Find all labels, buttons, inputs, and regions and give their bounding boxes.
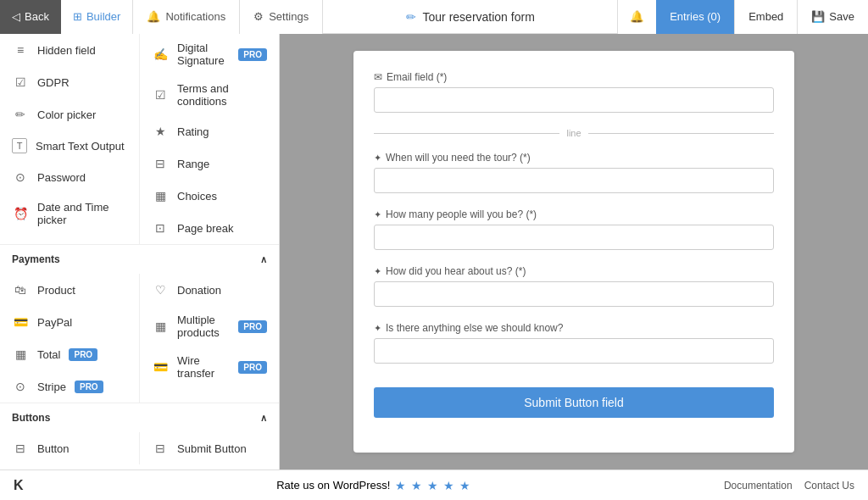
builder-button[interactable]: ⊞ Builder — [61, 0, 133, 34]
button-icon: ⊟ — [12, 440, 29, 457]
settings-icon: ⚙ — [253, 10, 264, 23]
sidebar-item-password[interactable]: ⊙ Password — [0, 161, 139, 193]
sidebar-item-stripe[interactable]: ⊙ Stripe PRO — [0, 370, 139, 403]
sidebar: ≡ Hidden field ☑ GDPR ✏ Color picker T S… — [0, 34, 280, 469]
embed-button[interactable]: Embed — [734, 0, 797, 34]
terms-icon: ☑ — [152, 86, 169, 103]
back-button[interactable]: ◁ Back — [0, 0, 61, 34]
sidebar-item-total[interactable]: ▦ Total PRO — [0, 338, 139, 370]
embed-label: Embed — [748, 10, 783, 23]
how-many-input[interactable] — [374, 225, 774, 250]
how-heard-field-icon: ✦ — [374, 266, 381, 277]
sidebar-item-choices[interactable]: ▦ Choices — [140, 180, 279, 212]
buttons-chevron-icon[interactable] — [260, 412, 267, 424]
when-input[interactable] — [374, 168, 774, 193]
builder-label: Builder — [86, 10, 120, 23]
sidebar-payments-col-left: 🛍 Product 💳 PayPal ▦ Total PRO ⊙ Stripe … — [0, 274, 140, 403]
bell-icon: 🔔 — [630, 10, 644, 23]
sidebar-item-button[interactable]: ⊟ Button — [0, 432, 139, 464]
email-field-icon: ✉ — [374, 71, 382, 83]
sidebar-item-terms[interactable]: ☑ Terms and conditions — [140, 75, 279, 115]
gdpr-label: GDPR — [37, 76, 70, 89]
when-field-group: ✦ When will you need the tour? (*) — [374, 152, 774, 193]
contact-us-link[interactable]: Contact Us — [804, 480, 854, 492]
sidebar-col-left: ≡ Hidden field ☑ GDPR ✏ Color picker T S… — [0, 34, 140, 244]
donation-icon: ♡ — [152, 281, 169, 298]
when-field-label: ✦ When will you need the tour? (*) — [374, 152, 774, 164]
star-4-icon[interactable]: ★ — [443, 479, 454, 492]
main-area: ≡ Hidden field ☑ GDPR ✏ Color picker T S… — [0, 34, 868, 469]
builder-icon: ⊞ — [73, 10, 82, 23]
multiple-products-pro-badge: PRO — [238, 320, 267, 333]
entries-button[interactable]: Entries (0) — [656, 0, 734, 34]
sidebar-item-donation[interactable]: ♡ Donation — [140, 274, 279, 306]
anything-input[interactable] — [374, 338, 774, 364]
sidebar-item-product[interactable]: 🛍 Product — [0, 274, 139, 306]
rate-label: Rate us on WordPress! — [276, 479, 390, 492]
sidebar-item-smart-text[interactable]: T Smart Text Output — [0, 131, 139, 161]
notifications-button[interactable]: 🔔 Notifications — [133, 0, 240, 34]
anything-field-icon: ✦ — [374, 323, 381, 334]
notifications-icon: 🔔 — [147, 10, 160, 23]
total-pro-badge: PRO — [69, 348, 97, 361]
form-canvas: ✉ Email field (*) line ✦ When will you n… — [353, 51, 794, 453]
bell-button[interactable]: 🔔 — [617, 0, 656, 34]
save-button[interactable]: 💾 Save — [797, 0, 868, 34]
edit-icon: ✏ — [406, 10, 416, 24]
bottombar: K Rate us on WordPress! ★ ★ ★ ★ ★ Docume… — [0, 469, 868, 500]
star-5-icon[interactable]: ★ — [459, 479, 470, 492]
paypal-label: PayPal — [37, 316, 72, 329]
page-break-icon: ⊡ — [152, 219, 169, 236]
settings-button[interactable]: ⚙ Settings — [240, 0, 323, 34]
stripe-icon: ⊙ — [12, 378, 29, 395]
digital-signature-pro-badge: PRO — [238, 48, 267, 61]
sidebar-item-color-picker[interactable]: ✏ Color picker — [0, 98, 139, 131]
wire-transfer-label: Wire transfer — [177, 354, 230, 380]
sidebar-item-gdpr[interactable]: ☑ GDPR — [0, 66, 139, 98]
bottombar-right: Documentation Contact Us — [724, 480, 854, 492]
sidebar-item-rating[interactable]: ★ Rating — [140, 115, 279, 147]
sidebar-item-multiple-products[interactable]: ▦ Multiple products PRO — [140, 306, 279, 347]
form-area: ✉ Email field (*) line ✦ When will you n… — [280, 34, 868, 469]
sidebar-item-hidden-field[interactable]: ≡ Hidden field — [0, 34, 139, 66]
save-label: Save — [829, 10, 854, 23]
wire-transfer-pro-badge: PRO — [238, 361, 267, 374]
sidebar-item-page-break[interactable]: ⊡ Page break — [140, 212, 279, 244]
choices-label: Choices — [177, 190, 217, 203]
star-3-icon[interactable]: ★ — [427, 479, 438, 492]
how-heard-field-label-text: How did you hear about us? (*) — [386, 265, 526, 277]
how-many-field-icon: ✦ — [374, 209, 381, 220]
sidebar-item-date-time[interactable]: ⏰ Date and Time picker — [0, 193, 139, 234]
anything-field-label: ✦ Is there anything else we should know? — [374, 322, 774, 334]
payments-chevron-icon[interactable] — [260, 253, 267, 265]
form-submit-button[interactable]: Submit Button field — [374, 387, 774, 418]
how-heard-input[interactable] — [374, 281, 774, 307]
form-title-text: Tour reservation form — [423, 10, 535, 24]
sidebar-item-digital-signature[interactable]: ✍ Digital Signature PRO — [140, 34, 279, 75]
star-2-icon[interactable]: ★ — [411, 479, 422, 492]
sidebar-item-wire-transfer[interactable]: 💳 Wire transfer PRO — [140, 347, 279, 387]
sidebar-buttons-row: ⊟ Button ⊟ Submit Button — [0, 432, 279, 464]
when-field-label-text: When will you need the tour? (*) — [386, 152, 531, 164]
stripe-label: Stripe — [37, 381, 66, 393]
sidebar-item-range[interactable]: ⊟ Range — [140, 147, 279, 180]
topbar: ◁ Back ⊞ Builder 🔔 Notifications ⚙ Setti… — [0, 0, 868, 34]
divider-left-line — [374, 133, 559, 134]
rating-label: Rating — [177, 125, 209, 138]
how-heard-field-group: ✦ How did you hear about us? (*) — [374, 265, 774, 307]
password-icon: ⊙ — [12, 169, 29, 186]
star-1-icon[interactable]: ★ — [395, 479, 406, 492]
hidden-field-label: Hidden field — [37, 44, 96, 57]
email-input[interactable] — [374, 87, 774, 113]
sidebar-item-submit-button[interactable]: ⊟ Submit Button — [140, 432, 279, 464]
back-icon: ◁ — [12, 10, 20, 23]
how-heard-field-label: ✦ How did you hear about us? (*) — [374, 265, 774, 277]
sidebar-item-paypal[interactable]: 💳 PayPal — [0, 306, 139, 338]
topbar-right: 🔔 Entries (0) Embed 💾 Save — [617, 0, 868, 34]
date-time-label: Date and Time picker — [37, 201, 127, 226]
digital-signature-label: Digital Signature — [177, 42, 230, 67]
documentation-link[interactable]: Documentation — [724, 480, 793, 492]
payments-section-label: Payments — [12, 253, 60, 265]
digital-signature-icon: ✍ — [152, 46, 169, 63]
back-label: Back — [25, 10, 49, 23]
